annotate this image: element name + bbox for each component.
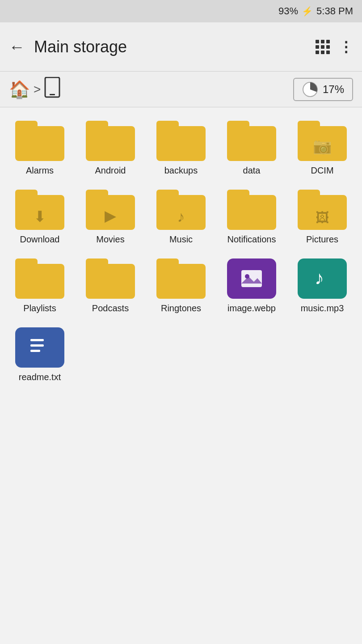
folder-label: Movies [96,233,124,245]
folder-icon: 🖼 [298,190,347,230]
storage-pie-chart [302,81,318,97]
storage-percentage: 17% [323,83,344,96]
folder-android[interactable]: Android [75,116,146,181]
folder-pictures[interactable]: 🖼 Pictures [287,185,358,250]
folder-icon [15,258,64,299]
folder-label: Playlists [23,302,56,314]
file-label: readme.txt [19,371,61,383]
folder-icon [86,258,135,299]
grid-icon [316,40,330,54]
folder-label: data [243,165,261,176]
folder-icon: ⬇ [15,190,64,230]
folder-label: Podcasts [92,302,129,314]
folder-music[interactable]: ♪ Music [146,185,216,250]
image-file-icon [227,258,276,299]
folder-icon [156,121,206,161]
folder-podcasts[interactable]: Podcasts [75,254,146,318]
file-label: image.web­p [227,302,276,314]
battery-icon: ⚡ [302,6,313,17]
breadcrumb-bar: 🏠 > 17% [0,72,362,107]
folder-label: Ringtones [161,302,201,314]
folder-movies[interactable]: ▶ Movies [75,185,146,250]
svg-rect-9 [30,350,40,352]
folder-label: Android [95,165,126,176]
folder-notifications[interactable]: Notifica­tions [216,185,287,250]
folder-label: Download [20,233,60,245]
folder-icon: ▶ [86,190,135,230]
tablet-icon [44,77,60,98]
folder-label: DCIM [311,165,333,176]
folder-playlists[interactable]: Playlists [4,254,75,318]
music-icon-svg: ♪ [310,267,334,291]
svg-rect-7 [30,339,44,341]
folder-label: Notifica­tions [227,233,276,245]
svg-rect-3 [241,270,262,287]
home-icon[interactable]: 🏠 [9,80,30,99]
svg-text:♪: ♪ [315,267,324,288]
status-bar: 93% ⚡ 5:38 PM [0,0,362,22]
folder-label: Music [169,233,193,245]
folder-label: Pictures [306,233,338,245]
folder-icon [86,121,135,161]
more-options-button[interactable]: ⋮ [339,40,353,54]
folder-ringtones[interactable]: Ringtones [146,254,216,318]
file-grid: Alarms Android backups data 📷 DCIM [0,107,362,396]
image-icon-svg [240,267,264,291]
svg-rect-8 [30,344,44,347]
folder-data[interactable]: data [216,116,287,181]
back-button[interactable]: ← [9,39,25,55]
svg-rect-1 [50,94,55,95]
file-music-mp3[interactable]: ♪ music.mp­3 [287,254,358,318]
breadcrumb-chevron-icon: > [34,82,41,97]
grid-view-button[interactable] [316,40,330,54]
folder-icon [227,190,276,230]
music-file-icon: ♪ [298,258,347,299]
file-label: music.mp­3 [301,302,344,314]
text-icon-svg [28,335,52,360]
storage-indicator: 17% [293,78,353,101]
folder-download[interactable]: ⬇ Download [4,185,75,250]
folder-alarms[interactable]: Alarms [4,116,75,181]
app-bar: ← Main storage ⋮ [0,22,362,72]
folder-label: backups [164,165,198,176]
folder-icon [227,121,276,161]
battery-level: 93% [278,5,298,17]
folder-icon [15,121,64,161]
text-file-icon [15,327,64,368]
folder-label: Alarms [26,165,54,176]
folder-icon [156,258,206,299]
device-icon[interactable] [44,77,60,102]
folder-icon: ♪ [156,190,206,230]
file-readme-txt[interactable]: readme.txt [4,323,75,387]
folder-icon: 📷 [298,121,347,161]
clock: 5:38 PM [316,5,353,17]
file-image-webp[interactable]: image.web­p [216,254,287,318]
folder-backups[interactable]: backups [146,116,216,181]
page-title: Main storage [34,38,316,56]
folder-dcim[interactable]: 📷 DCIM [287,116,358,181]
